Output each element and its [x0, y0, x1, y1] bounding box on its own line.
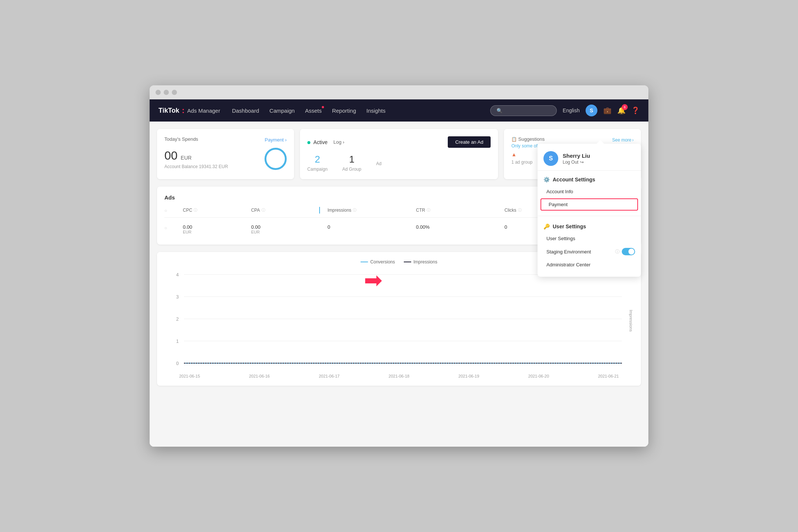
- spending-amount: 00: [164, 149, 178, 162]
- notification-badge: 6: [622, 104, 628, 110]
- account-settings-header: ⚙️ Account Settings: [538, 174, 641, 185]
- dropdown-username: Sherry Liu: [563, 153, 590, 159]
- svg-text:4: 4: [176, 272, 179, 277]
- col-ctr: CTR ⓘ: [416, 207, 497, 214]
- active-header: Active Log › Create an Ad: [307, 136, 491, 148]
- chart-svg: 4 3 2 1 0 Impressions: [164, 269, 634, 372]
- impressions-line-icon: [404, 262, 411, 262]
- browser-dot-3: [172, 90, 177, 95]
- language-label: English: [563, 108, 580, 113]
- account-settings-section: ⚙️ Account Settings Account Info Payment: [538, 171, 641, 214]
- svg-text:0: 0: [176, 361, 179, 366]
- adgroup-label: Ad Group: [342, 167, 361, 172]
- account-settings-icon: ⚙️: [543, 177, 550, 183]
- conversions-line-icon: [361, 262, 368, 262]
- spending-body: 00 EUR Account Balance 19341.32 EUR: [164, 148, 287, 170]
- logo-tiktok: TikTok: [158, 107, 179, 115]
- spending-card: Today's Spends Payment › 00 EUR Account …: [157, 129, 294, 179]
- account-info-item[interactable]: Account Info: [538, 185, 641, 198]
- col-cpa: CPA ⓘ: [251, 207, 312, 214]
- svg-text:Impressions: Impressions: [629, 310, 633, 332]
- spending-currency: EUR: [181, 155, 192, 161]
- svg-text:3: 3: [176, 294, 179, 300]
- svg-text:1: 1: [176, 339, 179, 344]
- browser-dot-1: [156, 90, 161, 95]
- x-axis-labels: 2021-06-15 2021-06-16 2021-06-17 2021-06…: [164, 374, 634, 378]
- dropdown-user-info: Sherry Liu Log Out ↪: [563, 153, 590, 165]
- nav-insights[interactable]: Insights: [366, 106, 386, 115]
- user-avatar-button[interactable]: S: [586, 105, 597, 116]
- red-arrow-indicator: ➡: [364, 269, 382, 291]
- browser-dot-2: [164, 90, 169, 95]
- browser-window: TikTok : Ads Manager Dashboard Campaign …: [150, 85, 648, 447]
- x-label-1: 2021-06-16: [249, 374, 270, 378]
- dropdown-avatar: S: [543, 151, 558, 166]
- payment-link[interactable]: Payment ›: [265, 137, 287, 143]
- logout-icon: ↪: [580, 160, 584, 165]
- metrics-row: 2 Campaign 1 Ad Group Ad: [307, 154, 491, 172]
- nav-links: Dashboard Campaign Assets Reporting Insi…: [232, 106, 478, 115]
- user-dropdown-menu: S Sherry Liu Log Out ↪ ⚙️ Account Settin…: [538, 144, 641, 277]
- cpc-info-icon: ⓘ: [194, 208, 197, 213]
- search-bar[interactable]: 🔍: [490, 105, 557, 116]
- legend-conversions: Conversions: [361, 259, 395, 265]
- nav-campaign[interactable]: Campaign: [269, 106, 294, 115]
- row-ctr: 0.00%: [416, 224, 497, 234]
- x-label-5: 2021-06-20: [528, 374, 549, 378]
- ctr-info-icon: ⓘ: [427, 208, 430, 213]
- x-label-2: 2021-06-17: [319, 374, 340, 378]
- row-checkbox[interactable]: ○: [164, 224, 175, 234]
- impressions-info-icon: ⓘ: [353, 208, 357, 213]
- clicks-info-icon: ⓘ: [518, 208, 522, 213]
- see-more-link[interactable]: See more ›: [612, 137, 634, 143]
- help-icon[interactable]: ❓: [631, 106, 640, 115]
- logo-ads-manager: Ads Manager: [187, 108, 220, 114]
- navbar-right: 🔍 English S 💼 🔔 6 ❓: [490, 105, 640, 116]
- nav-assets[interactable]: Assets: [305, 106, 322, 115]
- row-cpa: 0.00 EUR: [251, 224, 312, 234]
- navbar: TikTok : Ads Manager Dashboard Campaign …: [150, 99, 648, 122]
- nav-dashboard[interactable]: Dashboard: [232, 106, 259, 115]
- metric-ad: Ad: [376, 160, 382, 166]
- administrator-center-item[interactable]: Administrator Center: [538, 259, 641, 271]
- adgroup-count: 1: [342, 154, 361, 165]
- create-ad-button[interactable]: Create an Ad: [448, 136, 491, 148]
- row-cpc: 0.00 EUR: [183, 224, 244, 234]
- staging-info-icon: ⓘ: [615, 249, 620, 255]
- search-icon: 🔍: [497, 108, 502, 113]
- active-status: Active: [307, 139, 328, 146]
- spending-amount-row: 00 EUR: [164, 149, 228, 163]
- campaign-count: 2: [307, 154, 328, 165]
- spending-info: 00 EUR Account Balance 19341.32 EUR: [164, 149, 228, 169]
- nav-reporting[interactable]: Reporting: [332, 106, 356, 115]
- x-label-6: 2021-06-21: [598, 374, 619, 378]
- browser-content: TikTok : Ads Manager Dashboard Campaign …: [150, 99, 648, 447]
- staging-environment-item[interactable]: Staging Environment ⓘ: [538, 245, 641, 259]
- checkbox-col: ○: [164, 207, 175, 214]
- x-label-0: 2021-06-15: [179, 374, 200, 378]
- active-card: Active Log › Create an Ad 2 Campaign 1 A…: [300, 129, 498, 179]
- log-link[interactable]: Log ›: [333, 139, 344, 145]
- chart-svg-container: 4 3 2 1 0 Impressions: [164, 269, 634, 372]
- col-impressions: Impressions ⓘ: [327, 207, 409, 214]
- legend-impressions: Impressions: [404, 259, 437, 265]
- cpa-info-icon: ⓘ: [262, 208, 265, 213]
- active-dot-icon: [307, 141, 310, 144]
- metric-adgroup: 1 Ad Group: [342, 154, 361, 172]
- staging-toggle[interactable]: [622, 248, 635, 255]
- dropdown-user-section: S Sherry Liu Log Out ↪: [538, 147, 641, 171]
- spending-header: Today's Spends Payment ›: [164, 136, 287, 143]
- user-settings-item[interactable]: User Settings: [538, 232, 641, 245]
- metric-campaign: 2 Campaign: [307, 154, 328, 172]
- payment-item[interactable]: Payment: [540, 198, 638, 211]
- svg-text:2: 2: [176, 317, 179, 322]
- campaign-label: Campaign: [307, 167, 328, 172]
- x-label-3: 2021-06-18: [389, 374, 409, 378]
- spending-chart: [265, 148, 287, 170]
- user-settings-icon: 🔑: [543, 224, 550, 229]
- row-impressions: 0: [327, 224, 409, 234]
- browser-chrome: [150, 85, 648, 99]
- logout-button[interactable]: Log Out ↪: [563, 160, 590, 165]
- notification-icon[interactable]: 🔔 6: [617, 106, 625, 115]
- briefcase-icon[interactable]: 💼: [603, 106, 611, 115]
